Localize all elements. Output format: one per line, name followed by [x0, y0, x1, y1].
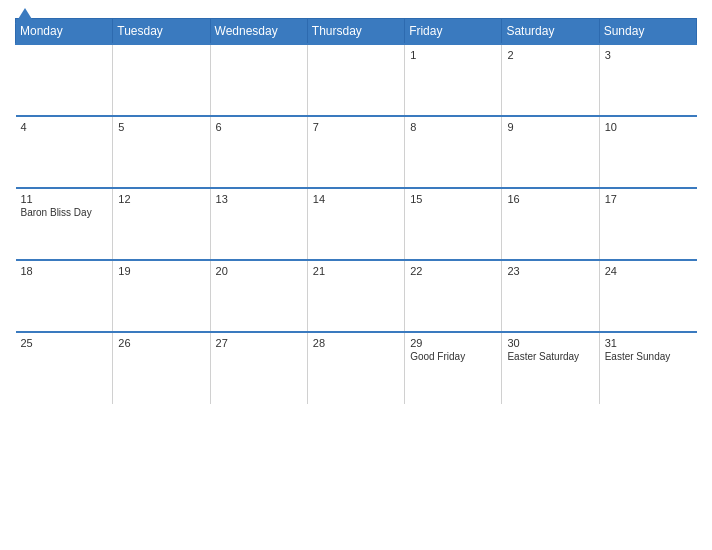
day-number: 12	[118, 193, 204, 205]
calendar-week-row: 18192021222324	[16, 260, 697, 332]
calendar-container: MondayTuesdayWednesdayThursdayFridaySatu…	[0, 0, 712, 550]
calendar-cell: 11Baron Bliss Day	[16, 188, 113, 260]
calendar-week-row: 45678910	[16, 116, 697, 188]
day-number: 9	[507, 121, 593, 133]
calendar-cell: 22	[405, 260, 502, 332]
weekday-header: Sunday	[599, 19, 696, 45]
day-number: 14	[313, 193, 399, 205]
weekday-header: Wednesday	[210, 19, 307, 45]
day-event: Easter Saturday	[507, 351, 593, 362]
calendar-cell: 30Easter Saturday	[502, 332, 599, 404]
day-number: 1	[410, 49, 496, 61]
day-number: 28	[313, 337, 399, 349]
weekday-header: Friday	[405, 19, 502, 45]
calendar-cell	[113, 44, 210, 116]
calendar-cell: 9	[502, 116, 599, 188]
calendar-cell: 14	[307, 188, 404, 260]
day-number: 30	[507, 337, 593, 349]
calendar-cell: 3	[599, 44, 696, 116]
day-number: 31	[605, 337, 692, 349]
calendar-cell: 7	[307, 116, 404, 188]
logo	[15, 10, 38, 24]
calendar-cell: 23	[502, 260, 599, 332]
logo-triangle-icon	[15, 8, 35, 24]
day-number: 10	[605, 121, 692, 133]
calendar-cell: 1	[405, 44, 502, 116]
calendar-header-row: MondayTuesdayWednesdayThursdayFridaySatu…	[16, 19, 697, 45]
calendar-cell: 8	[405, 116, 502, 188]
calendar-cell: 21	[307, 260, 404, 332]
weekday-row: MondayTuesdayWednesdayThursdayFridaySatu…	[16, 19, 697, 45]
calendar-week-row: 123	[16, 44, 697, 116]
calendar-cell	[307, 44, 404, 116]
day-number: 21	[313, 265, 399, 277]
calendar-cell: 24	[599, 260, 696, 332]
day-number: 22	[410, 265, 496, 277]
calendar-cell: 31Easter Sunday	[599, 332, 696, 404]
day-number: 26	[118, 337, 204, 349]
calendar-week-row: 2526272829Good Friday30Easter Saturday31…	[16, 332, 697, 404]
calendar-cell: 6	[210, 116, 307, 188]
calendar-cell: 27	[210, 332, 307, 404]
calendar-cell: 20	[210, 260, 307, 332]
day-event: Easter Sunday	[605, 351, 692, 362]
day-number: 23	[507, 265, 593, 277]
calendar-cell: 5	[113, 116, 210, 188]
day-number: 24	[605, 265, 692, 277]
day-number: 18	[21, 265, 108, 277]
calendar-cell: 4	[16, 116, 113, 188]
calendar-cell: 19	[113, 260, 210, 332]
calendar-cell: 13	[210, 188, 307, 260]
day-number: 19	[118, 265, 204, 277]
day-number: 2	[507, 49, 593, 61]
day-number: 27	[216, 337, 302, 349]
day-number: 17	[605, 193, 692, 205]
calendar-body: 1234567891011Baron Bliss Day121314151617…	[16, 44, 697, 404]
day-number: 20	[216, 265, 302, 277]
calendar-cell: 25	[16, 332, 113, 404]
day-number: 8	[410, 121, 496, 133]
calendar-cell: 26	[113, 332, 210, 404]
calendar-cell: 17	[599, 188, 696, 260]
weekday-header: Thursday	[307, 19, 404, 45]
day-number: 3	[605, 49, 692, 61]
calendar-week-row: 11Baron Bliss Day121314151617	[16, 188, 697, 260]
calendar-cell: 15	[405, 188, 502, 260]
day-number: 5	[118, 121, 204, 133]
day-event: Baron Bliss Day	[21, 207, 108, 218]
day-number: 6	[216, 121, 302, 133]
calendar-cell: 18	[16, 260, 113, 332]
calendar-table: MondayTuesdayWednesdayThursdayFridaySatu…	[15, 18, 697, 404]
weekday-header: Saturday	[502, 19, 599, 45]
calendar-cell: 16	[502, 188, 599, 260]
day-number: 7	[313, 121, 399, 133]
day-number: 29	[410, 337, 496, 349]
day-number: 25	[21, 337, 108, 349]
calendar-cell: 29Good Friday	[405, 332, 502, 404]
weekday-header: Tuesday	[113, 19, 210, 45]
day-number: 4	[21, 121, 108, 133]
day-number: 15	[410, 193, 496, 205]
calendar-cell	[210, 44, 307, 116]
calendar-cell	[16, 44, 113, 116]
day-number: 16	[507, 193, 593, 205]
day-event: Good Friday	[410, 351, 496, 362]
calendar-cell: 2	[502, 44, 599, 116]
calendar-cell: 10	[599, 116, 696, 188]
day-number: 13	[216, 193, 302, 205]
calendar-cell: 28	[307, 332, 404, 404]
calendar-cell: 12	[113, 188, 210, 260]
day-number: 11	[21, 193, 108, 205]
